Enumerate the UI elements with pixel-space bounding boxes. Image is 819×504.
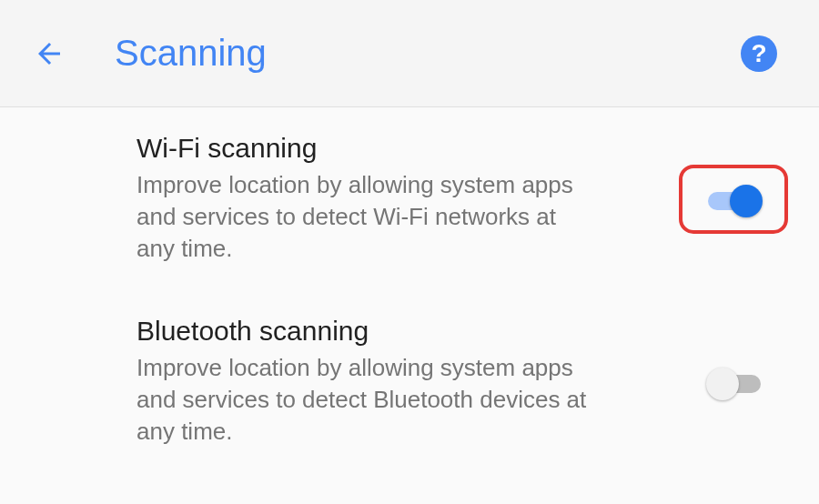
setting-title: Wi-Fi scanning [136,133,642,164]
page-title: Scanning [115,33,741,74]
highlight-annotation [679,165,788,234]
setting-text: Wi-Fi scanning Improve location by allow… [136,133,679,265]
help-icon[interactable]: ? [741,35,777,72]
setting-text: Bluetooth scanning Improve location by a… [136,316,682,448]
setting-title: Bluetooth scanning [136,316,646,347]
toggle-thumb [730,185,763,217]
wifi-scanning-toggle[interactable] [704,181,763,217]
settings-list: Wi-Fi scanning Improve location by allow… [0,107,819,474]
toggle-container [682,364,792,400]
bluetooth-scanning-toggle[interactable] [706,364,768,400]
back-icon[interactable] [27,32,71,76]
setting-wifi-scanning[interactable]: Wi-Fi scanning Improve location by allow… [0,107,819,290]
toggle-thumb [706,368,739,400]
setting-description: Improve location by allowing system apps… [136,169,601,265]
header: Scanning ? [0,0,819,107]
setting-description: Improve location by allowing system apps… [136,352,601,448]
setting-bluetooth-scanning[interactable]: Bluetooth scanning Improve location by a… [0,290,819,473]
